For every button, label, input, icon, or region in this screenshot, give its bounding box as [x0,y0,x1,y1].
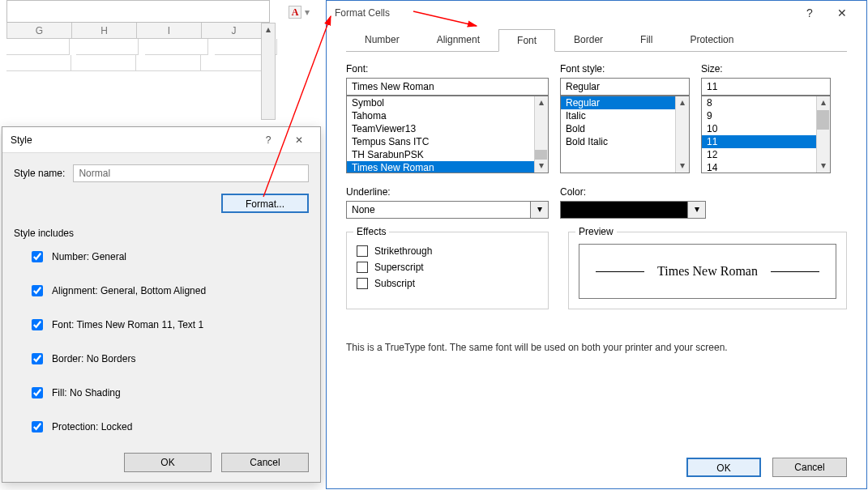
scroll-up-icon[interactable]: ▴ [262,23,275,37]
font-style-input[interactable] [560,78,690,96]
size-input[interactable] [701,78,831,96]
dropdown-icon: ▾ [305,6,310,18]
scroll-thumb[interactable] [535,150,547,160]
style-title: Style [11,134,32,146]
fc-close-button[interactable]: ✕ [826,6,858,19]
preview-text: Times New Roman [657,264,758,279]
style-name-input[interactable] [73,164,309,182]
list-item[interactable]: TeamViewer13 [347,122,548,135]
scroll-down-icon[interactable]: ▾ [821,160,826,173]
list-item[interactable]: 14 [702,161,830,173]
effect-label: Strikethrough [374,245,432,257]
color-dropdown[interactable]: ▾ [560,201,706,219]
tab-fill[interactable]: Fill [622,28,671,51]
style-ok-button[interactable]: OK [124,453,212,472]
tab-alignment[interactable]: Alignment [418,28,498,51]
scrollbar[interactable]: ▴ ▾ [816,96,830,173]
fc-help-button[interactable]: ? [793,6,826,19]
check-label: Font: Times New Roman 11, Text 1 [52,319,203,330]
list-item[interactable]: TH SarabunPSK [347,148,548,161]
scroll-thumb[interactable] [817,110,829,130]
font-listbox[interactable]: Symbol Tahoma TeamViewer13 Tempus Sans I… [346,96,549,173]
scroll-up-icon[interactable]: ▴ [680,96,685,109]
preview-box: Times New Roman [579,244,836,299]
chevron-down-icon[interactable]: ▾ [688,201,706,219]
list-item[interactable]: Tahoma [347,109,548,122]
subscript-checkbox[interactable] [357,278,368,289]
col-header[interactable]: G [7,23,72,39]
strikethrough-checkbox[interactable] [357,245,368,257]
list-item[interactable]: 12 [702,148,830,161]
list-item[interactable]: Italic [561,109,689,122]
list-item[interactable]: Regular [561,96,689,109]
check-protection[interactable] [32,421,43,432]
preview-line [596,271,644,272]
tab-border[interactable]: Border [555,28,622,51]
size-listbox[interactable]: 8 9 10 11 12 14 ▴ ▾ [701,96,831,173]
tab-number[interactable]: Number [346,28,418,51]
sheet-scrollbar[interactable]: ▴ [261,23,276,120]
truetype-note: This is a TrueType font. The same font w… [346,342,866,353]
column-headers: G H I J [0,23,277,39]
underline-label: Underline: [346,186,549,198]
list-item[interactable]: 9 [702,109,830,122]
preview-legend: Preview [575,226,617,237]
list-item[interactable]: Bold Italic [561,135,689,148]
col-header[interactable]: I [137,23,202,39]
check-label: Fill: No Shading [52,387,121,398]
help-button[interactable]: ? [255,134,281,146]
font-input[interactable] [346,78,549,96]
col-header[interactable]: H [72,23,137,39]
fc-ok-button[interactable]: OK [686,458,761,477]
check-label: Protection: Locked [52,421,132,432]
col-header[interactable]: J [202,23,267,39]
underline-value: None [346,201,531,219]
effect-label: Superscript [374,262,424,273]
check-font[interactable] [32,319,43,330]
fc-title: Format Cells [335,7,390,19]
fc-titlebar: Format Cells ? ✕ [327,1,866,25]
check-label: Number: General [52,251,126,262]
check-fill[interactable] [32,387,43,398]
style-dialog: Style ? ✕ Style name: Format... Style in… [2,126,321,483]
list-item[interactable]: Times New Roman [347,161,548,173]
check-label: Border: No Borders [52,353,135,364]
list-item[interactable]: Symbol [347,96,548,109]
style-cancel-button[interactable]: Cancel [221,453,309,472]
preview-line [771,271,819,272]
tab-protection[interactable]: Protection [671,28,752,51]
close-button[interactable]: ✕ [286,134,312,146]
list-item[interactable]: 8 [702,96,830,109]
fc-cancel-button[interactable]: Cancel [772,458,847,477]
superscript-checkbox[interactable] [357,262,368,273]
list-item[interactable]: 10 [702,122,830,135]
style-includes-label: Style includes [14,228,309,239]
format-button[interactable]: Format... [221,194,309,213]
list-item[interactable]: 11 [702,135,830,148]
scrollbar[interactable]: ▴ ▾ [675,96,689,173]
effects-legend: Effects [353,226,389,237]
name-box: A ▾ [289,0,323,24]
chevron-down-icon[interactable]: ▾ [531,201,549,219]
scrollbar[interactable]: ▴ ▾ [534,96,548,173]
scroll-up-icon[interactable]: ▴ [539,96,544,109]
check-alignment[interactable] [32,285,43,296]
scroll-up-icon[interactable]: ▴ [821,96,826,109]
scroll-down-icon[interactable]: ▾ [539,160,544,173]
color-swatch [560,201,688,219]
fc-tabs: Number Alignment Font Border Fill Protec… [346,28,847,52]
font-style-listbox[interactable]: Regular Italic Bold Bold Italic ▴ ▾ [560,96,690,173]
underline-dropdown[interactable]: None ▾ [346,201,549,219]
grid [0,39,277,120]
size-label: Size: [701,63,831,75]
list-item[interactable]: Tempus Sans ITC [347,135,548,148]
color-label: Color: [560,186,706,198]
check-border[interactable] [32,353,43,364]
scroll-down-icon[interactable]: ▾ [680,160,685,173]
check-number[interactable] [32,251,43,262]
list-item[interactable]: Bold [561,122,689,135]
font-label: Font: [346,63,549,75]
style-name-label: Style name: [14,168,65,179]
tab-font[interactable]: Font [498,29,555,52]
font-chip: A [289,6,301,19]
